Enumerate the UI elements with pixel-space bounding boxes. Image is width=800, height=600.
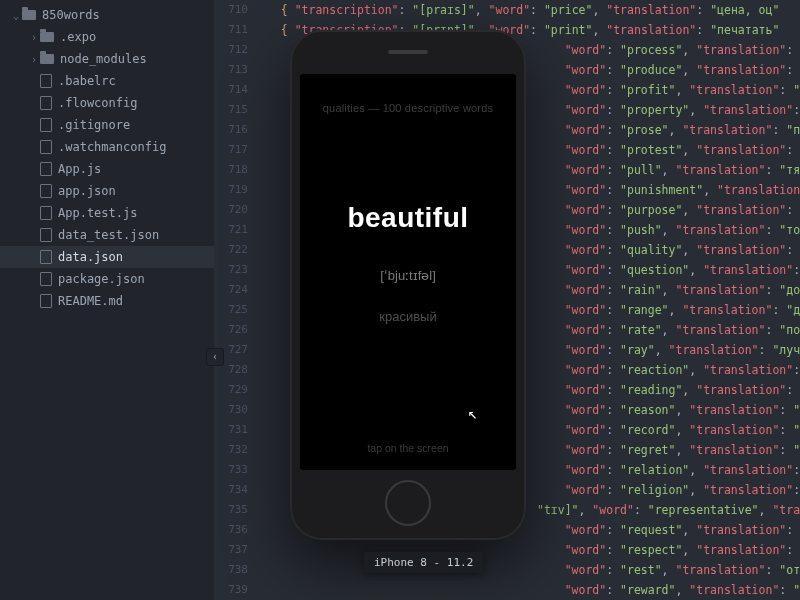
tree-file[interactable]: .watchmanconfig	[0, 136, 214, 158]
tree-file[interactable]: App.test.js	[0, 202, 214, 224]
folder-icon	[22, 10, 36, 20]
file-icon	[40, 228, 52, 242]
device-label[interactable]: iPhone 8 - 11.2	[364, 552, 483, 573]
tree-root-label: 850words	[42, 8, 100, 22]
tree-item-label: .flowconfig	[58, 96, 137, 110]
file-icon	[40, 162, 52, 176]
phone-screen[interactable]: qualities — 100 descriptive words beauti…	[300, 74, 516, 470]
tree-item-label: .watchmanconfig	[58, 140, 166, 154]
tree-file[interactable]: .babelrc	[0, 70, 214, 92]
tree-item-label: app.json	[58, 184, 116, 198]
file-icon	[40, 140, 52, 154]
tree-item-label: package.json	[58, 272, 145, 286]
tree-root[interactable]: ⌄ 850words	[0, 4, 214, 26]
device-simulator: qualities — 100 descriptive words beauti…	[290, 30, 526, 540]
app-transcription: [ˈbjuːtɪfəl]	[380, 268, 436, 283]
tree-item-label: data.json	[58, 250, 123, 264]
tree-folder[interactable]: ›node_modules	[0, 48, 214, 70]
file-icon	[40, 294, 52, 308]
phone-speaker	[388, 50, 428, 54]
chevron-down-icon: ⌄	[10, 10, 22, 21]
app-word: beautiful	[347, 202, 468, 234]
tree-item-label: README.md	[58, 294, 123, 308]
file-icon	[40, 250, 52, 264]
folder-icon	[40, 32, 54, 42]
tree-file[interactable]: package.json	[0, 268, 214, 290]
tree-file[interactable]: data.json	[0, 246, 214, 268]
chevron-right-icon: ›	[28, 32, 40, 43]
file-icon	[40, 74, 52, 88]
tree-item-label: data_test.json	[58, 228, 159, 242]
home-button[interactable]	[385, 480, 431, 526]
tree-item-label: .expo	[60, 30, 96, 44]
folder-icon	[40, 54, 54, 64]
tree-file[interactable]: app.json	[0, 180, 214, 202]
tree-file[interactable]: data_test.json	[0, 224, 214, 246]
tree-item-label: App.js	[58, 162, 101, 176]
app-hint: tap on the screen	[367, 442, 448, 454]
tree-item-label: .babelrc	[58, 74, 116, 88]
app-category-header: qualities — 100 descriptive words	[323, 102, 493, 114]
file-icon	[40, 272, 52, 286]
tree-folder[interactable]: ›.expo	[0, 26, 214, 48]
app-translation: красивый	[379, 309, 436, 324]
file-icon	[40, 184, 52, 198]
file-icon	[40, 118, 52, 132]
tree-item-label: node_modules	[60, 52, 147, 66]
tree-file[interactable]: .flowconfig	[0, 92, 214, 114]
tree-item-label: App.test.js	[58, 206, 137, 220]
file-icon	[40, 96, 52, 110]
chevron-right-icon: ›	[28, 54, 40, 65]
tree-file[interactable]: README.md	[0, 290, 214, 312]
file-tree-sidebar: ⌄ 850words ›.expo›node_modules.babelrc.f…	[0, 0, 214, 600]
file-icon	[40, 206, 52, 220]
tree-file[interactable]: .gitignore	[0, 114, 214, 136]
line-number-gutter: 7107117127137147157167177187197207217227…	[214, 0, 256, 600]
tree-file[interactable]: App.js	[0, 158, 214, 180]
collapse-sidebar-button[interactable]: ‹	[206, 348, 224, 366]
tree-item-label: .gitignore	[58, 118, 130, 132]
